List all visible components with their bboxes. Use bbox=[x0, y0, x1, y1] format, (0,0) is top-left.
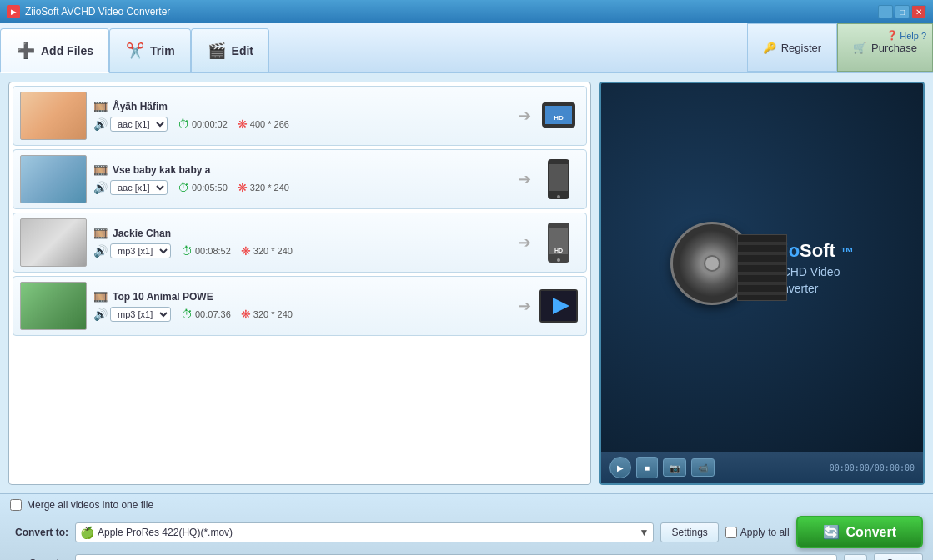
open-button[interactable]: Open bbox=[874, 553, 923, 560]
titlebar-controls: – □ ✕ bbox=[878, 5, 926, 18]
apply-all-row: Apply to all bbox=[725, 527, 790, 538]
file-name-row: 🎞️ Åyäh Häfim bbox=[93, 100, 512, 113]
clock-icon: ⏱ bbox=[178, 181, 189, 194]
file-target[interactable] bbox=[538, 288, 579, 324]
reel-film bbox=[737, 234, 787, 301]
list-item: 🎞️ Vse baby kak baby a 🔊 aac [x1] ⏱ 00:0… bbox=[13, 149, 587, 209]
format-icon: 🍏 bbox=[80, 526, 94, 539]
list-item: 🎞️ Jackie Chan 🔊 mp3 [x1] ⏱ 00:08:52 ❋ 3… bbox=[13, 212, 587, 272]
file-target[interactable]: HD bbox=[538, 98, 579, 134]
settings-button[interactable]: Settings bbox=[660, 522, 718, 542]
edit-button[interactable]: 🎬 Edit bbox=[191, 28, 269, 72]
thumb-inner bbox=[21, 92, 86, 139]
purchase-label: Purchase bbox=[871, 42, 917, 54]
audio-icon: 🔊 bbox=[93, 118, 108, 131]
reel-center bbox=[704, 255, 720, 272]
file-name-row: 🎞️ Jackie Chan bbox=[93, 227, 512, 240]
file-size: ❋ 320 * 240 bbox=[238, 181, 289, 194]
add-files-icon: ➕ bbox=[16, 41, 36, 61]
register-icon: 🔑 bbox=[763, 42, 776, 54]
file-details: 🔊 mp3 [x1] ⏱ 00:07:36 ❋ 320 * 240 bbox=[93, 307, 512, 322]
duration-value: 00:07:36 bbox=[195, 309, 231, 319]
preview-panel: ZiioSoft ™ AVCHD Video Converter ▶ ■ 📷 📹… bbox=[599, 82, 925, 485]
file-info: 🎞️ Jackie Chan 🔊 mp3 [x1] ⏱ 00:08:52 ❋ 3… bbox=[93, 227, 512, 258]
file-target[interactable]: HD bbox=[538, 221, 579, 264]
file-info: 🎞️ Vse baby kak baby a 🔊 aac [x1] ⏱ 00:0… bbox=[93, 163, 512, 195]
time-display: 00:00:00/00:00:00 bbox=[830, 463, 915, 472]
file-details: 🔊 aac [x1] ⏱ 00:00:02 ❋ 400 * 266 bbox=[93, 117, 512, 132]
audio-select: 🔊 mp3 [x1] bbox=[93, 243, 171, 258]
size-value: 320 * 240 bbox=[253, 309, 293, 319]
file-name-row: 🎞️ Top 10 Animal POWE bbox=[93, 290, 512, 303]
clock-icon: ⏱ bbox=[181, 244, 193, 258]
file-name: Åyäh Häfim bbox=[113, 101, 168, 112]
audio-icon: 🔊 bbox=[93, 244, 108, 258]
svg-point-5 bbox=[557, 195, 560, 198]
edit-icon: 🎬 bbox=[207, 41, 227, 61]
size-value: 400 * 266 bbox=[250, 119, 289, 129]
trim-button[interactable]: ✂️ Trim bbox=[109, 28, 191, 72]
trim-icon: ✂️ bbox=[125, 41, 145, 61]
thumb-inner bbox=[21, 219, 86, 266]
register-label: Register bbox=[781, 42, 821, 54]
thumb-inner bbox=[21, 156, 86, 202]
file-name-row: 🎞️ Vse baby kak baby a bbox=[93, 163, 512, 177]
merge-checkbox[interactable] bbox=[10, 499, 22, 511]
play-button[interactable]: ▶ bbox=[609, 457, 631, 478]
audio-select: 🔊 aac [x1] bbox=[93, 117, 168, 132]
save-path-input[interactable] bbox=[75, 554, 837, 560]
maximize-button[interactable]: □ bbox=[895, 5, 910, 18]
file-duration: ⏱ 00:07:36 bbox=[181, 308, 231, 321]
file-name: Jackie Chan bbox=[113, 228, 171, 239]
list-item: 🎞️ Top 10 Animal POWE 🔊 mp3 [x1] ⏱ 00:07… bbox=[13, 276, 587, 336]
preview-screen: ZiioSoft ™ AVCHD Video Converter bbox=[601, 83, 923, 452]
add-files-button[interactable]: ➕ Add Files bbox=[0, 28, 109, 73]
size-icon: ❋ bbox=[238, 181, 248, 194]
merge-row: Merge all videos into one file bbox=[10, 499, 923, 511]
audio-format-select[interactable]: mp3 [x1] bbox=[110, 307, 171, 322]
register-button[interactable]: 🔑 Register bbox=[747, 23, 837, 72]
convert-button[interactable]: 🔄 Convert bbox=[796, 516, 923, 548]
apply-all-checkbox[interactable] bbox=[725, 527, 737, 538]
svg-text:HD: HD bbox=[554, 114, 564, 122]
clock-icon: ⏱ bbox=[178, 118, 189, 131]
file-duration: ⏱ 00:00:02 bbox=[178, 118, 228, 131]
browse-button[interactable]: ... bbox=[844, 554, 866, 560]
file-name: Top 10 Animal POWE bbox=[113, 291, 213, 302]
audio-select: 🔊 mp3 [x1] bbox=[93, 307, 171, 322]
audio-select: 🔊 aac [x1] bbox=[93, 180, 168, 195]
audio-icon: 🔊 bbox=[93, 308, 108, 321]
format-select-wrap: 🍏 Apple ProRes 422(HQ)(*.mov) ▼ bbox=[75, 522, 654, 542]
record-button[interactable]: 📹 bbox=[691, 458, 715, 477]
file-target[interactable] bbox=[538, 158, 579, 201]
minimize-button[interactable]: – bbox=[878, 5, 893, 18]
audio-format-select[interactable]: aac [x1] bbox=[110, 117, 168, 132]
file-details: 🔊 mp3 [x1] ⏱ 00:08:52 ❋ 320 * 240 bbox=[93, 243, 512, 258]
file-list: 🎞️ Åyäh Häfim 🔊 aac [x1] ⏱ 00:00:02 ❋ 40… bbox=[8, 82, 591, 485]
size-value: 320 * 240 bbox=[253, 246, 293, 256]
audio-format-select[interactable]: aac [x1] bbox=[110, 180, 168, 195]
file-size: ❋ 320 * 240 bbox=[241, 244, 293, 258]
titlebar-left: ▶ ZiioSoft AVCHD Video Converter bbox=[7, 5, 170, 18]
help-label: Help ? bbox=[900, 31, 926, 41]
logo-top: ZiioSoft ™ AVCHD Video Converter bbox=[670, 222, 854, 313]
thumb-inner bbox=[21, 282, 86, 329]
list-item: 🎞️ Åyäh Häfim 🔊 aac [x1] ⏱ 00:00:02 ❋ 40… bbox=[13, 86, 587, 146]
convert-row: Convert to: 🍏 Apple ProRes 422(HQ)(*.mov… bbox=[10, 516, 923, 548]
file-thumbnail bbox=[20, 282, 87, 330]
apply-all-label: Apply to all bbox=[740, 527, 790, 538]
svg-point-9 bbox=[557, 258, 560, 262]
audio-format-select[interactable]: mp3 [x1] bbox=[110, 243, 171, 258]
arrow-icon: ➔ bbox=[519, 297, 531, 315]
duration-value: 00:00:02 bbox=[192, 119, 228, 129]
snapshot-button[interactable]: 📷 bbox=[663, 458, 686, 477]
file-size: ❋ 400 * 266 bbox=[238, 118, 289, 131]
arrow-icon: ➔ bbox=[519, 233, 531, 252]
file-thumbnail bbox=[20, 92, 87, 140]
duration-value: 00:05:50 bbox=[192, 182, 228, 192]
stop-button[interactable]: ■ bbox=[636, 457, 658, 478]
app-title: ZiioSoft AVCHD Video Converter bbox=[25, 6, 170, 18]
close-button[interactable]: ✕ bbox=[911, 5, 926, 18]
format-select[interactable]: Apple ProRes 422(HQ)(*.mov) bbox=[75, 522, 654, 542]
help-button[interactable]: ❓ Help ? bbox=[886, 30, 926, 41]
